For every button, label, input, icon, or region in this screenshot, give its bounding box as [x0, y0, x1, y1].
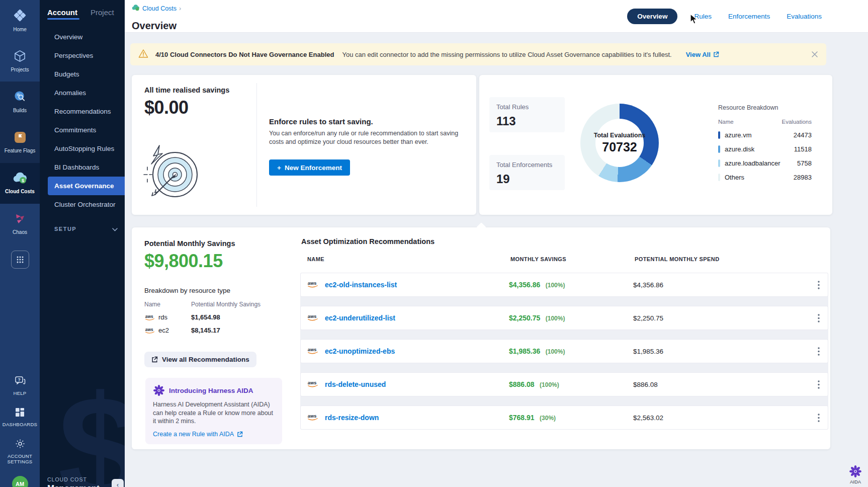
module-picker-icon[interactable] — [11, 251, 29, 269]
table-row: aws ec2-underutilized-list $2,250.75 (10… — [300, 306, 828, 330]
realised-savings-title: All time realised savings — [144, 86, 229, 94]
sidebar-item[interactable]: Cluster Orchestrator — [40, 195, 125, 214]
monthly-savings-value: $1,985.36 — [509, 347, 540, 355]
nav-home[interactable]: Home — [0, 0, 40, 41]
row-menu-icon[interactable] — [810, 406, 828, 429]
view-all-recommendations-label: View all Recommendations — [162, 356, 249, 363]
banner-view-all-label: View All — [686, 51, 711, 58]
panel-notch — [476, 222, 486, 232]
scope-tab[interactable]: Project — [91, 8, 114, 20]
row-menu-icon[interactable] — [810, 373, 828, 396]
legend-swatch — [718, 145, 720, 153]
governance-tab-label: Rules — [694, 13, 712, 20]
monthly-savings-value: $2,250.75 — [509, 314, 540, 322]
sidebar-item-label: Recommendations — [54, 108, 111, 115]
aws-icon: aws — [144, 327, 155, 334]
sidebar-item[interactable]: BI Dashboards — [40, 158, 125, 177]
sidebar-item[interactable]: Anomalies — [40, 84, 125, 102]
sidebar-item-label: Asset Governance — [54, 182, 114, 190]
cloud-costs-breadcrumb-icon — [132, 5, 140, 13]
sidebar-item[interactable]: Perspectives — [40, 46, 125, 65]
aida-floating-button[interactable]: AIDA — [844, 465, 867, 484]
total-enforcements-value: 19 — [496, 172, 558, 186]
governance-warning-banner: 4/10 Cloud Connectors Do Not Have Govern… — [130, 43, 826, 65]
aida-flower-icon — [153, 384, 165, 396]
dashboards-icon — [15, 408, 25, 419]
nav-cloud-costs[interactable]: $ Cloud Costs — [0, 163, 40, 204]
feature-flags-icon — [14, 131, 26, 145]
legend-row: azure.vm 24473 — [718, 131, 812, 139]
legend-name: Others — [725, 174, 794, 181]
nav-feature-flags[interactable]: Feature Flags — [0, 122, 40, 163]
user-avatar[interactable]: AM — [12, 476, 28, 487]
table-row: aws rds-resize-down $768.91 (30%) $2,563… — [300, 405, 828, 430]
sidebar-item-label: Budgets — [54, 70, 79, 78]
governance-tab[interactable]: Evaluations — [787, 13, 822, 20]
resource-type-label: rds — [158, 313, 167, 321]
breadcrumb-link[interactable]: Cloud Costs — [142, 5, 177, 12]
nav-projects[interactable]: Projects — [0, 41, 40, 82]
aida-create-rule-link[interactable]: Create a new Rule with AIDA — [153, 431, 275, 438]
potential-col-value: Potential Monthly Savings — [191, 301, 261, 308]
dashboards-label: DASHBOARDS — [3, 422, 38, 428]
help-button[interactable]: ? HELP — [13, 376, 26, 396]
sidebar-item[interactable]: Budgets — [40, 65, 125, 84]
sidebar-item[interactable]: AutoStopping Rules — [40, 139, 125, 158]
sidebar-item[interactable]: Asset Governance — [48, 177, 125, 195]
builds-icon — [14, 91, 26, 105]
donut-center-label: Total Evaluations — [594, 132, 646, 139]
sidebar-item-label: Perspectives — [54, 52, 93, 59]
total-rules-box: Total Rules 113 — [489, 97, 565, 132]
account-settings-button[interactable]: ACCOUNT SETTINGS — [2, 439, 38, 465]
recommendation-link[interactable]: rds-resize-down — [325, 414, 509, 422]
savings-percent: (100%) — [546, 348, 565, 355]
governance-tab[interactable]: Overview — [627, 9, 677, 24]
legend-row: Others 28983 — [718, 174, 812, 181]
row-menu-icon[interactable] — [810, 306, 828, 330]
potential-monthly-spend-value: $2,563.02 — [633, 414, 810, 422]
module-nav-rail: Home Projects Builds — [0, 0, 40, 487]
savings-recommendations-panel: Potential Monthly Savings $9,800.15 Brea… — [132, 227, 830, 449]
sidebar-collapse-button[interactable]: ‹ — [112, 479, 124, 487]
sidebar-item-label: Commitments — [54, 126, 96, 134]
potential-monthly-spend-value: $2,250.75 — [633, 314, 810, 322]
dashboards-button[interactable]: DASHBOARDS — [3, 408, 38, 428]
legend-evaluations: 28983 — [794, 174, 812, 181]
aws-icon: aws — [307, 313, 319, 321]
help-label: HELP — [13, 391, 26, 396]
governance-tab[interactable]: Rules — [694, 13, 712, 20]
sidebar-setup-toggle[interactable]: SETUP — [54, 224, 118, 233]
banner-close-icon[interactable] — [811, 51, 818, 58]
savings-percent: (100%) — [540, 381, 559, 388]
nav-builds[interactable]: Builds — [0, 82, 40, 122]
recommendation-link[interactable]: ec2-unoptimized-ebs — [325, 347, 509, 355]
donut-center: Total Evaluations 70732 — [595, 119, 644, 167]
recommendation-link[interactable]: ec2-underutilized-list — [325, 314, 509, 322]
sidebar-item[interactable]: Commitments — [40, 121, 125, 139]
row-menu-icon[interactable] — [810, 273, 828, 296]
dollar-watermark: $ — [58, 373, 125, 487]
enforce-cta-body: You can enforce/run any rule or rule rec… — [269, 129, 466, 146]
resource-savings-value: $1,654.98 — [191, 313, 220, 321]
nav-chaos[interactable]: Chaos — [0, 204, 40, 245]
nav-chaos-label: Chaos — [13, 229, 27, 235]
aws-icon: aws — [307, 346, 319, 355]
legend-row: azure.loadbalancer 5758 — [718, 159, 812, 167]
legend-name: azure.loadbalancer — [725, 159, 797, 167]
view-all-recommendations-button[interactable]: View all Recommendations — [144, 352, 256, 367]
recommendation-link[interactable]: rds-delete-unused — [325, 380, 509, 388]
sidebar-item[interactable]: Recommendations — [40, 102, 125, 121]
aws-icon: aws — [307, 413, 319, 421]
sidebar-item[interactable]: Overview — [40, 28, 125, 46]
recommendation-link[interactable]: ec2-old-instances-list — [325, 281, 509, 289]
aida-title: Introducing Harness AIDA — [169, 387, 253, 394]
legend-name: azure.disk — [725, 145, 794, 153]
scope-tab[interactable]: Account — [47, 8, 77, 20]
nav-builds-label: Builds — [13, 108, 27, 114]
row-menu-icon[interactable] — [810, 340, 828, 363]
banner-view-all-link[interactable]: View All — [686, 51, 719, 58]
new-enforcement-button[interactable]: + New Enforcement — [269, 159, 350, 176]
legend-evaluations: 24473 — [794, 131, 812, 139]
app-root: Home Projects Builds — [0, 0, 868, 487]
governance-tab[interactable]: Enforcements — [728, 13, 770, 20]
